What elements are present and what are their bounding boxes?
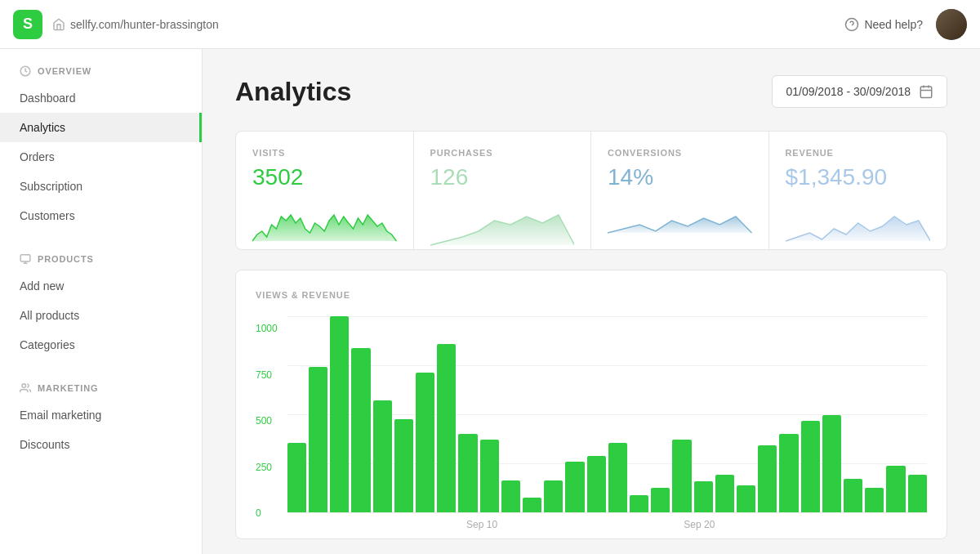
help-button[interactable]: Need help? — [844, 17, 923, 32]
purchases-chart — [430, 200, 575, 249]
svg-rect-3 — [20, 255, 30, 261]
products-section-title: PRODUCTS — [0, 253, 202, 271]
bar-9 — [480, 440, 499, 512]
visits-label: VISITS — [252, 148, 397, 158]
bar-1 — [309, 367, 327, 512]
sidebar-item-analytics[interactable]: Analytics — [0, 113, 202, 142]
topbar-right: Need help? — [844, 9, 967, 40]
marketing-section: MARKETING Email marketing Discounts — [0, 366, 202, 466]
bar-27 — [865, 488, 884, 512]
stats-row: VISITS 3502 PURCHASES 126 — [235, 131, 947, 250]
bar-5 — [394, 419, 413, 512]
sidebar-item-discounts[interactable]: Discounts — [0, 430, 202, 459]
x-label-sep10: Sep 10 — [466, 519, 497, 530]
visits-value: 3502 — [252, 164, 397, 190]
bar-7 — [437, 344, 456, 512]
sidebar-item-all-products[interactable]: All products — [0, 301, 202, 330]
revenue-label: REVENUE — [786, 148, 931, 158]
stat-revenue: REVENUE $1,345.90 — [769, 132, 947, 249]
bar-6 — [416, 373, 434, 512]
overview-section: OVERVIEW Dashboard Analytics Orders Subs… — [0, 49, 202, 237]
sidebar-item-add-new[interactable]: Add new — [0, 271, 202, 301]
bars-container — [287, 316, 927, 512]
sidebar-item-email-marketing[interactable]: Email marketing — [0, 400, 202, 430]
products-icon — [20, 253, 31, 265]
bar-17 — [651, 488, 670, 512]
svg-point-6 — [22, 384, 26, 388]
main-content: Analytics 01/09/2018 - 30/09/2018 VISITS… — [203, 49, 980, 554]
overview-section-title: OVERVIEW — [0, 65, 202, 83]
bar-13 — [565, 462, 584, 512]
grid-line-5 — [287, 512, 927, 513]
overview-icon — [20, 65, 31, 77]
purchases-label: PURCHASES — [430, 148, 575, 158]
sidebar-item-subscription[interactable]: Subscription — [0, 172, 202, 201]
avatar-image — [936, 9, 967, 40]
svg-rect-7 — [920, 87, 932, 98]
url-text: sellfy.com/hunter-brassington — [70, 18, 219, 31]
avatar[interactable] — [936, 9, 967, 40]
sidebar-item-orders[interactable]: Orders — [0, 142, 202, 172]
bar-15 — [608, 443, 627, 512]
url-bar: sellfy.com/hunter-brassington — [52, 18, 219, 31]
bar-26 — [844, 479, 862, 512]
y-label-750: 750 — [256, 369, 278, 381]
page-header: Analytics 01/09/2018 - 30/09/2018 — [235, 75, 947, 108]
bar-12 — [544, 480, 563, 512]
conversions-label: CONVERSIONS — [608, 148, 752, 158]
stat-conversions: CONVERSIONS 14% — [591, 132, 769, 249]
conversions-chart — [608, 200, 752, 249]
bar-2 — [330, 316, 349, 512]
y-axis: 1000 750 500 250 0 — [256, 323, 278, 519]
bar-11 — [523, 498, 541, 512]
bar-25 — [822, 415, 841, 512]
purchases-value: 126 — [430, 164, 575, 190]
bar-18 — [672, 440, 691, 512]
bar-4 — [373, 400, 392, 512]
y-label-1000: 1000 — [256, 323, 278, 334]
chart-title: VIEWS & REVENUE — [256, 290, 927, 300]
bar-19 — [694, 481, 713, 512]
bar-22 — [758, 445, 777, 512]
bar-24 — [801, 421, 820, 512]
marketing-section-title: MARKETING — [0, 382, 202, 400]
chart-area: 1000 750 500 250 0 — [256, 316, 927, 519]
bar-20 — [715, 475, 734, 512]
sidebar-item-customers[interactable]: Customers — [0, 201, 202, 230]
stat-visits: VISITS 3502 — [236, 132, 414, 249]
x-label-sep20: Sep 20 — [684, 519, 715, 530]
y-label-0: 0 — [256, 507, 278, 519]
help-icon — [844, 17, 859, 32]
help-label: Need help? — [864, 18, 923, 31]
calendar-icon — [919, 84, 933, 99]
bar-23 — [779, 434, 798, 512]
page-title: Analytics — [235, 77, 351, 107]
conversions-value: 14% — [608, 164, 752, 190]
bar-14 — [587, 456, 606, 512]
marketing-icon — [20, 382, 31, 394]
layout: OVERVIEW Dashboard Analytics Orders Subs… — [0, 49, 980, 554]
logo[interactable]: S — [13, 10, 42, 39]
sidebar-item-dashboard[interactable]: Dashboard — [0, 83, 202, 113]
bar-28 — [886, 466, 905, 512]
stat-purchases: PURCHASES 126 — [414, 132, 592, 249]
revenue-chart — [786, 200, 931, 249]
revenue-value: $1,345.90 — [786, 164, 931, 190]
bar-8 — [458, 434, 477, 512]
products-section: PRODUCTS Add new All products Categories — [0, 237, 202, 366]
visits-chart — [252, 200, 397, 249]
sidebar-item-categories[interactable]: Categories — [0, 330, 202, 360]
bar-21 — [737, 485, 755, 512]
bar-16 — [630, 495, 648, 512]
bar-3 — [351, 348, 370, 512]
sidebar: OVERVIEW Dashboard Analytics Orders Subs… — [0, 49, 203, 554]
bar-0 — [287, 443, 306, 512]
home-icon — [52, 18, 65, 31]
bar-10 — [501, 480, 520, 512]
topbar: S sellfy.com/hunter-brassington Need hel… — [0, 0, 980, 49]
date-range-text: 01/09/2018 - 30/09/2018 — [786, 85, 911, 98]
chart-container: VIEWS & REVENUE 1000 750 500 250 0 — [235, 270, 947, 539]
y-label-500: 500 — [256, 415, 278, 427]
date-picker[interactable]: 01/09/2018 - 30/09/2018 — [772, 75, 947, 108]
bar-29 — [908, 475, 927, 512]
